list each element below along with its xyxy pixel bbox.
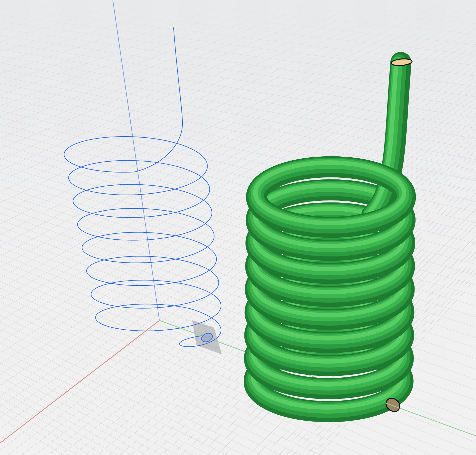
cad-viewport[interactable] (0, 0, 476, 455)
y-axis-foreground-segment (385, 403, 476, 436)
x-axis-line[interactable] (0, 320, 159, 443)
viewport-canvas[interactable] (0, 0, 476, 455)
y-axis-line-front[interactable] (385, 403, 476, 436)
